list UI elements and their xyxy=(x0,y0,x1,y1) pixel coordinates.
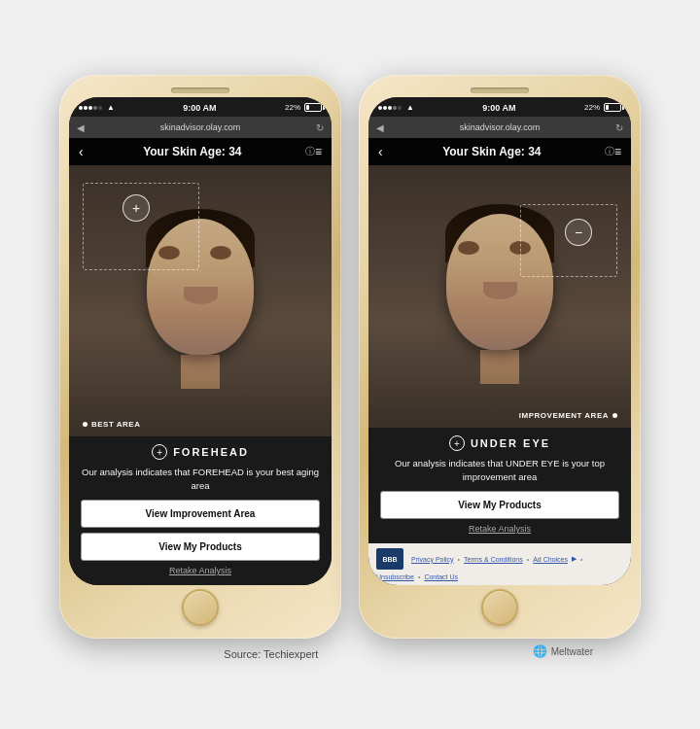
phone-right: ▲ 9:00 AM 22% ◀ skinadvisor.olay.com ↻ xyxy=(359,75,641,639)
status-right-right: 22% xyxy=(584,103,621,112)
plus-circle-left: + xyxy=(122,194,150,222)
terms-conditions-link[interactable]: Terms & Conditions xyxy=(464,556,523,563)
status-bar-right: ▲ 9:00 AM 22% xyxy=(368,97,631,117)
bottom-panel-right: + UNDER EYE Our analysis indicates that … xyxy=(368,428,631,543)
privacy-policy-link[interactable]: Privacy Policy xyxy=(411,556,454,563)
nav-menu-left[interactable]: ≡ xyxy=(315,145,322,158)
battery-fill-left xyxy=(306,105,309,110)
area-dot-right xyxy=(612,413,617,418)
neck-right xyxy=(480,350,519,384)
wifi-icon-left: ▲ xyxy=(107,103,115,112)
caption-row: Source: Techiexpert 🌐 Meltwater xyxy=(0,639,603,664)
area-circle-left: + xyxy=(122,194,150,222)
reload-btn-right[interactable]: ↻ xyxy=(615,122,623,133)
view-improvement-button[interactable]: View Improvement Area xyxy=(81,500,320,528)
ad-choices-link[interactable]: Ad Choices xyxy=(533,556,568,563)
view-my-products-button-left[interactable]: View My Products xyxy=(81,533,320,561)
address-bar-left[interactable]: ◀ skinadvisor.olay.com ↻ xyxy=(69,117,332,138)
nav-menu-right[interactable]: ≡ xyxy=(614,145,621,158)
analysis-text-left: Our analysis indicates that FOREHEAD is … xyxy=(81,466,320,492)
phones-container: ▲ 9:00 AM 22% ◀ skinadvisor.olay.com ↻ xyxy=(0,65,700,639)
area-tag-circle-left: + xyxy=(152,444,167,460)
app-header-right: ‹ Your Skin Age: 34 ⓘ ≡ xyxy=(368,138,631,165)
footer-links-right: BBB Privacy Policy • Terms & Conditions … xyxy=(368,543,631,585)
time-right: 9:00 AM xyxy=(482,103,515,113)
bottom-panel-left: + FOREHEAD Our analysis indicates that F… xyxy=(69,436,332,585)
home-btn-left[interactable] xyxy=(182,589,219,626)
ad-choices-icon: ▶ xyxy=(572,555,577,563)
area-circle-right: − xyxy=(565,219,592,246)
face-area-left: + BEST AREA xyxy=(69,165,332,436)
area-label-right: IMPROVEMENT AREA xyxy=(519,411,617,420)
app-title-right: Your Skin Age: 34 xyxy=(383,145,601,158)
view-my-products-button-right[interactable]: View My Products xyxy=(380,491,619,519)
phone-left: ▲ 9:00 AM 22% ◀ skinadvisor.olay.com ↻ xyxy=(59,75,341,639)
wifi-icon-right: ▲ xyxy=(406,103,414,112)
status-left-left: ▲ xyxy=(79,103,115,112)
area-tag-text-left: FOREHEAD xyxy=(173,446,249,458)
address-url-right: skinadvisor.olay.com xyxy=(384,122,615,132)
battery-icon-right xyxy=(604,103,621,112)
area-label-left: BEST AREA xyxy=(83,420,140,429)
area-tag-circle-right: + xyxy=(449,435,465,451)
phone-speaker-right xyxy=(471,87,529,93)
retake-analysis-link-left[interactable]: Retake Analysis xyxy=(81,566,320,575)
area-dot-left xyxy=(83,422,88,427)
info-icon-right[interactable]: ⓘ xyxy=(605,145,614,158)
analysis-text-right: Our analysis indicates that UNDER EYE is… xyxy=(380,457,619,483)
reload-btn-left[interactable]: ↻ xyxy=(316,122,324,133)
meltwater-badge: 🌐 Meltwater xyxy=(533,644,593,658)
source-caption: Source: Techiexpert xyxy=(10,648,533,660)
meltwater-icon: 🌐 xyxy=(533,644,547,658)
app-header-left: ‹ Your Skin Age: 34 ⓘ ≡ xyxy=(69,138,332,165)
status-bar-left: ▲ 9:00 AM 22% xyxy=(69,97,332,117)
unsubscribe-link[interactable]: Unsubscribe xyxy=(376,573,414,580)
battery-icon-left xyxy=(304,103,322,112)
retake-analysis-link-right[interactable]: Retake Analysis xyxy=(380,524,619,534)
address-right-arrow: ◀ xyxy=(376,122,384,133)
signal-dots-left xyxy=(79,106,102,110)
neck-left xyxy=(181,355,220,389)
signal-dots-right xyxy=(378,106,402,110)
status-right-left: 22% xyxy=(285,103,322,112)
info-icon-left[interactable]: ⓘ xyxy=(305,145,315,158)
battery-pct-right: 22% xyxy=(584,103,600,112)
home-btn-right[interactable] xyxy=(481,589,518,626)
phone-screen-right: ▲ 9:00 AM 22% ◀ skinadvisor.olay.com ↻ xyxy=(368,97,631,585)
time-left: 9:00 AM xyxy=(183,103,216,113)
phone-screen-left: ▲ 9:00 AM 22% ◀ skinadvisor.olay.com ↻ xyxy=(69,97,332,585)
battery-pct-left: 22% xyxy=(285,103,300,112)
phone-speaker-left xyxy=(171,87,229,93)
area-tag-text-right: UNDER EYE xyxy=(471,437,550,449)
address-left-arrow: ◀ xyxy=(77,122,85,133)
status-left-right: ▲ xyxy=(378,103,414,112)
address-url-left: skinadvisor.olay.com xyxy=(85,122,316,132)
minus-circle-right: − xyxy=(565,219,592,246)
app-title-left: Your Skin Age: 34 xyxy=(84,145,301,158)
contact-us-link[interactable]: Contact Us xyxy=(424,573,458,580)
area-tag-left: + FOREHEAD xyxy=(81,444,320,460)
face-area-right: − IMPROVEMENT AREA xyxy=(368,165,631,428)
address-bar-right[interactable]: ◀ skinadvisor.olay.com ↻ xyxy=(368,117,631,138)
battery-fill-right xyxy=(606,105,609,110)
meltwater-label: Meltwater xyxy=(551,646,593,657)
area-tag-right: + UNDER EYE xyxy=(380,435,619,451)
bbb-badge: BBB xyxy=(376,548,403,570)
